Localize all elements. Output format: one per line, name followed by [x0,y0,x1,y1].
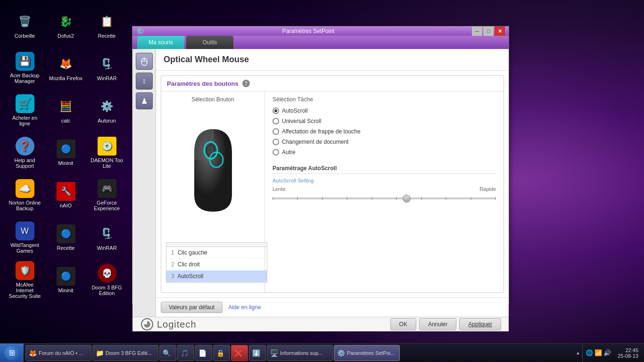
minimize-button[interactable]: ─ [472,26,482,36]
desktop-icon-calc[interactable]: 🧮 calc [46,90,86,131]
tray-signal-icon: 📶 [594,349,602,357]
maximize-button[interactable]: □ [483,26,494,36]
taskbar: ⊞ 🦊 Forum du nAIO • ... 📁 Doom 3 BFG Edi… [0,343,644,362]
sidebar-mouse-icon[interactable] [136,53,153,70]
main-panel: Optical Wheel Mouse Paramètres des bouto… [156,49,509,317]
setpoint-window: ⚙️ Paramètres SetPoint ─ □ ✕ Ma souris O… [132,26,509,304]
desktop-icon-help[interactable]: ❓ Help and Support [5,132,45,173]
logitech-logo: Logitech [140,317,197,331]
button-list-item-1[interactable]: 1 Clic gauche [166,247,267,259]
close-button[interactable]: ✕ [495,26,505,36]
logitech-text: Logitech [157,319,197,330]
params-header: Paramètres des boutons ? [161,76,504,91]
annuler-button[interactable]: Annuler [419,318,456,330]
radio-universal-scroll[interactable]: Universal Scroll [272,118,496,124]
taskbar-item-7[interactable]: ❌ [231,345,248,361]
desktop-icon-corbeille[interactable]: 🗑️ Corbeille [5,5,45,46]
aide-en-ligne-link[interactable]: Aide en ligne [228,304,261,311]
desktop-icon-geforce[interactable]: 🎮 GeForce Experience [87,174,127,216]
desktop-icon-dofus2[interactable]: 🐉 Dofus2 [46,5,86,46]
desktop-icon-norton[interactable]: ☁️ Norton Online Backup [5,174,45,216]
sidebar-chess-icon[interactable]: ♟ [136,92,153,109]
taskbar-item-doom[interactable]: 📁 Doom 3 BFG Editi... [92,345,158,361]
desktop-icon-doom3[interactable]: 💀 Doom 3 BFG Edition [87,259,127,301]
panel-title: Optical Wheel Mouse [164,55,249,64]
taskbar-icon-8: ⬇️ [252,349,260,357]
tray-volume-icon[interactable]: 🔊 [603,349,611,357]
taskbar-item-5[interactable]: 📄 [195,345,212,361]
button-list-item-3[interactable]: 3 AutoScroll [166,271,267,282]
help-icon[interactable]: ? [242,80,250,87]
window-titlebar[interactable]: ⚙️ Paramètres SetPoint ─ □ ✕ [132,26,509,36]
radio-circle-universal [272,118,279,124]
slider-bar [272,197,496,199]
radio-autoscroll[interactable]: AutoScroll [272,107,496,114]
desktop-icon-winrar[interactable]: 🗜️ WinRAR [87,47,127,89]
default-values-button[interactable]: Valeurs par défaut [161,302,223,313]
start-orb: ⊞ [4,346,19,361]
window-bottom-bar: Logitech OK Annuler Appliquer [132,317,509,331]
desktop-icon-recette[interactable]: 📋 Recette [87,5,127,46]
button-list-header [166,243,267,247]
radio-autre[interactable]: Autre [272,149,496,156]
button-list-item-2[interactable]: 2 Clic droit [166,259,267,271]
taskbar-right: ▲ 🌐 📶 🔊 22:45 25-08-13 [572,344,644,362]
taskbar-icon-4: 🎵 [181,349,188,357]
desktop-icon-autorun[interactable]: ⚙️ Autorun [87,90,127,131]
radio-group: AutoScroll Universal Scroll Affectation … [272,107,496,156]
radio-circle-changement [272,139,279,145]
window-title: Paramètres SetPoint [145,28,472,34]
slider-labels: Lente Rapide [272,186,496,192]
clock[interactable]: 22:45 25-08-13 [616,347,640,359]
desktop-icon-acheter[interactable]: 🛒 Acheter en ligne [5,90,45,131]
taskbar-icon-3: 🔍 [163,349,170,357]
footer-area: Valeurs par défaut Aide en ligne [156,297,509,317]
autoscroll-section: Paramétrage AutoScroll AutoScroll Settin… [272,165,496,203]
slider-rapide-label: Rapide [479,186,496,192]
tab-outils[interactable]: Outils [186,36,233,49]
desktop-icon-wildtangent[interactable]: W WildTangent Games [5,217,45,258]
desktop-icon-firefox[interactable]: 🦊 Mozilla Firefox [46,47,86,89]
start-button[interactable]: ⊞ [0,344,24,362]
radio-changement[interactable]: Changement de document [272,139,496,145]
appliquer-button[interactable]: Appliquer [459,318,501,330]
desktop-icon-recette2[interactable]: 🔵 Recette [46,217,86,258]
slider-thumb[interactable] [403,195,410,202]
taskbar-item-8[interactable]: ⬇️ [249,345,266,361]
slider-track [272,194,496,203]
desktop-icon-daemon[interactable]: 💿 DAEMON Too Lite [87,132,127,173]
taskbar-setpoint-label: Paramètres SetPoi... [347,350,395,356]
taskbar-firefox-icon: 🦊 [29,349,36,357]
button-list: 1 Clic gauche 2 Clic droit 3 AutoScroll [166,242,267,283]
clock-date: 25-08-13 [618,353,638,359]
window-controls: ─ □ ✕ [472,26,505,36]
desktop-icon-mcafee[interactable]: 🛡️ McAfee Internet Security Suite [5,259,45,301]
taskbar-item-informations[interactable]: 🖥️ Informations sup... [267,345,333,361]
sidebar-scroll-icon[interactable]: ↕ [136,73,153,90]
desktop-icon-grid: 🗑️ Corbeille 🐉 Dofus2 📋 Recette 💾 Acer B… [0,0,132,339]
bottom-buttons: OK Annuler Appliquer [390,318,501,330]
taskbar-item-6[interactable]: 🔒 [213,345,230,361]
tab-bar: Ma souris Outils [132,36,509,49]
taskbar-items: 🦊 Forum du nAIO • ... 📁 Doom 3 BFG Editi… [24,344,572,362]
desktop-icon-naio[interactable]: 🔧 nAIO [46,174,86,216]
desktop-icon-winrar2[interactable]: 🗜️ WinRAR [87,217,127,258]
ok-button[interactable]: OK [390,318,416,330]
tab-ma-souris[interactable]: Ma souris [137,36,184,49]
radio-frappe[interactable]: Affectation de frappe de touche [272,128,496,135]
taskbar-item-forum[interactable]: 🦊 Forum du nAIO • ... [25,345,91,361]
desktop-icon-mininit[interactable]: 🔵 Mininit [46,132,86,173]
desktop-icon-acer-backup[interactable]: 💾 Acer Backup Manager [5,47,45,89]
system-tray: 🌐 📶 🔊 [582,344,614,362]
taskbar-icon-6: 🔒 [216,349,224,357]
taskbar-item-4[interactable]: 🎵 [177,345,194,361]
selection-bouton-title: Sélection Bouton [166,96,260,103]
params-header-title: Paramètres des boutons [167,80,239,87]
desktop-icon-mininit2[interactable]: 🔵 Mininit [46,259,86,301]
tray-expand-icon[interactable]: ▲ [576,350,580,355]
taskbar-item-3[interactable]: 🔍 [159,345,176,361]
taskbar-forum-label: Forum du nAIO • ... [39,350,83,356]
tray-network-icon: 🌐 [586,349,593,357]
taskbar-item-setpoint[interactable]: ⚙️ Paramètres SetPoi... [334,345,400,361]
panel-header: Optical Wheel Mouse [156,49,509,71]
